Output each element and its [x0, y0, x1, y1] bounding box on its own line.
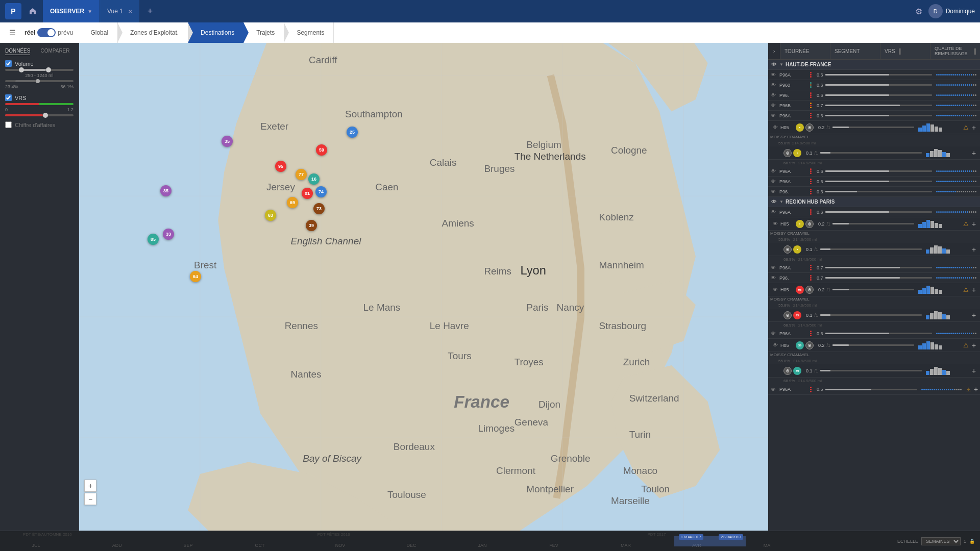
row-eye-icon[interactable]: 👁	[768, 82, 778, 88]
svg-text:Reims: Reims	[484, 266, 511, 277]
volume-range-thumb[interactable]	[36, 79, 40, 83]
nav-tab-segments[interactable]: Segments	[284, 22, 334, 43]
username-label: Dominique	[946, 8, 975, 15]
rp-col-segment: segment	[830, 43, 880, 59]
marker-95[interactable]: 95	[275, 161, 286, 172]
svg-text:Cologne: Cologne	[611, 145, 647, 156]
marker-35a[interactable]: 35	[222, 136, 233, 147]
nav-tab-zones[interactable]: Zones d'Exploitat.	[118, 22, 188, 43]
marker-73[interactable]: 73	[313, 203, 325, 214]
svg-text:Grenoble: Grenoble	[551, 453, 591, 464]
group-haut-de-france[interactable]: 👁 ▼ HAUT-DE-FRANCE	[768, 60, 980, 70]
nav-tab-global[interactable]: Global	[81, 22, 118, 43]
zoom-in-button[interactable]: +	[84, 480, 96, 492]
volume-pct-labels: 23.4% 56.1%	[5, 84, 74, 89]
chiffre-checkbox[interactable]	[5, 121, 12, 128]
marker-16[interactable]: 16	[308, 173, 320, 185]
toggle-switch[interactable]	[37, 28, 56, 37]
svg-text:Exeter: Exeter	[260, 121, 288, 132]
marker-64[interactable]: 64	[190, 271, 201, 282]
group-eye-icon[interactable]: 👁	[771, 62, 776, 67]
table-row: 👁 P96A 0.6	[768, 111, 980, 121]
sub-eye-icon-2[interactable]: 👁	[770, 221, 780, 227]
row-vrs: 0.6	[815, 113, 934, 118]
row-eye-icon[interactable]: 👁	[768, 113, 778, 118]
user-menu[interactable]: D Dominique	[928, 4, 975, 18]
circle-inner-2: •	[793, 149, 801, 157]
marker-39[interactable]: 39	[306, 220, 317, 231]
timeline-inner: PDT ÉTÉ/AUTOMNE 2016 PDT FÊTES 2016 PDT …	[5, 531, 897, 551]
row-dots	[806, 92, 815, 98]
sub-sub-circles: ◎ •	[783, 149, 804, 157]
month-mar: MAR	[621, 543, 631, 548]
marker-59[interactable]: 59	[316, 144, 327, 156]
row-eye-icon[interactable]: 👁	[768, 92, 778, 98]
row-qual	[934, 105, 980, 106]
donnees-tab[interactable]: DONNÉES	[5, 48, 30, 55]
nav-tab-trajets[interactable]: Trajets	[244, 22, 284, 43]
tab-observer[interactable]: OBSERVER ▼	[43, 0, 100, 22]
row-eye-icon[interactable]: 👁	[768, 103, 778, 108]
vrs-color-bar	[5, 103, 74, 105]
group-name-label-2: REGION HUB PARIS	[786, 199, 835, 205]
home-button[interactable]	[24, 3, 41, 19]
add-sub-button-2[interactable]: +	[970, 245, 978, 254]
row-eye-icon[interactable]: 👁	[768, 189, 778, 194]
marker-01[interactable]: 01	[302, 188, 313, 199]
marker-74[interactable]: 74	[315, 186, 327, 197]
tab-vue1[interactable]: Vue 1 ✕	[100, 0, 140, 22]
hos-subrow-4: 👁 H05 39 ◎ 0.2/1 ⚠ +	[768, 339, 980, 352]
volume-slider-thumb-right[interactable]	[46, 67, 51, 72]
marker-77[interactable]: 77	[296, 169, 307, 180]
rp-expand-button[interactable]: ›	[768, 43, 780, 59]
group-region-hub-paris[interactable]: 👁 ▼ REGION HUB PARIS	[768, 197, 980, 207]
marker-25[interactable]: 25	[347, 127, 358, 138]
chiffre-filter: Chiffre d'affaires	[5, 121, 74, 128]
topbar-right: ⚙ D Dominique	[915, 4, 975, 18]
sub-eye-icon[interactable]: 👁	[770, 124, 780, 130]
hos-subrow-2: 👁 H05 • ◎ 0.2/1 ⚠ +	[768, 217, 980, 231]
add-button-2[interactable]: +	[970, 220, 978, 228]
table-row: 👁 P96A 0.7	[768, 263, 980, 273]
hamburger-button[interactable]: ☰	[4, 24, 20, 41]
close-tab-icon[interactable]: ✕	[128, 9, 132, 14]
date-marker-1[interactable]: 17/04/2017	[679, 534, 703, 540]
table-row: 👁 P96A 0.6	[768, 177, 980, 187]
map-area[interactable]: Cardiff Bath London Exeter Southampton J…	[79, 43, 768, 531]
vrs-checkbox[interactable]	[5, 94, 12, 101]
volume-checkbox[interactable]	[5, 60, 12, 67]
group-eye-icon-2[interactable]: 👁	[771, 199, 776, 205]
vrs-label: VRS	[5, 94, 74, 101]
add-tab-button[interactable]: +	[142, 3, 158, 19]
settings-button[interactable]: ⚙	[915, 7, 922, 16]
zoom-out-button[interactable]: −	[84, 493, 96, 505]
sub-sub-qual	[924, 149, 970, 157]
row-eye-icon[interactable]: 👁	[768, 179, 778, 184]
scale-select[interactable]: SEMAINES MOIS JOURS	[921, 537, 961, 545]
vrs-slider-thumb[interactable]	[43, 113, 48, 118]
add-sub-button[interactable]: +	[970, 149, 978, 157]
row-eye-icon[interactable]: 👁	[768, 209, 778, 215]
date-marker-2[interactable]: 23/04/2017	[719, 534, 743, 540]
row-name: P960	[778, 83, 806, 88]
month-nov: NOV	[335, 543, 346, 548]
marker-69[interactable]: 69	[287, 197, 298, 208]
marker-33[interactable]: 33	[163, 229, 174, 240]
row-eye-icon[interactable]: 👁	[768, 168, 778, 174]
row-name: P96A	[778, 72, 806, 78]
svg-text:Le Havre: Le Havre	[430, 320, 469, 331]
volume-slider-thumb-left[interactable]	[19, 67, 24, 72]
volume-filter: Volume 250 - 1240 ml 23.4% 56.1%	[5, 60, 74, 89]
vrs-labels: 0 1.2	[5, 107, 74, 112]
marker-85[interactable]: 85	[148, 234, 159, 245]
add-button[interactable]: +	[970, 123, 978, 132]
svg-text:Strasbourg: Strasbourg	[599, 320, 646, 331]
row-dots	[806, 72, 815, 78]
svg-text:Tours: Tours	[448, 350, 471, 361]
sub-qual	[916, 123, 962, 132]
marker-63[interactable]: 63	[265, 210, 276, 221]
row-eye-icon[interactable]: 👁	[768, 72, 778, 78]
nav-tab-destinations[interactable]: Destinations	[188, 22, 244, 43]
hos-subsubrow-2: ◎ • 0.1/1 +	[768, 243, 980, 256]
marker-35b[interactable]: 35	[160, 185, 172, 196]
